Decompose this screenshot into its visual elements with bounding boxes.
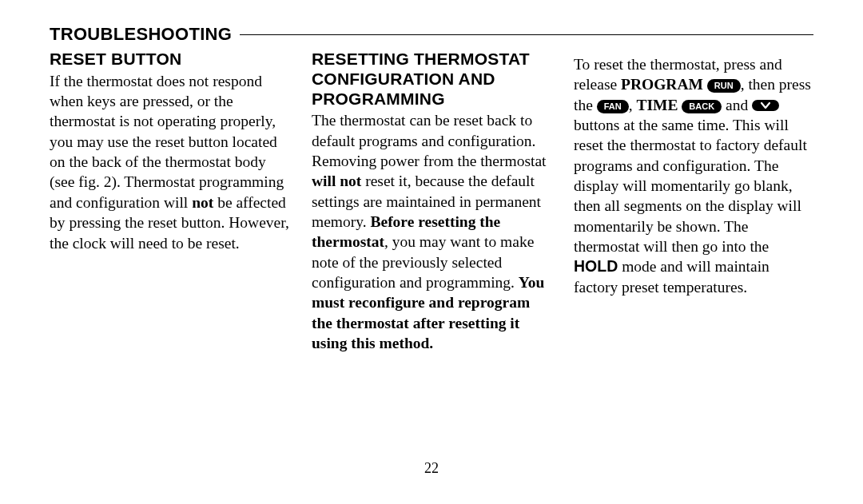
reset-procedure-paragraph: To reset the thermostat, press and relea…: [574, 54, 813, 297]
reset-button-paragraph: If the thermostat does not respond when …: [50, 71, 289, 253]
text: The thermostat can be reset back to defa…: [312, 112, 547, 169]
text: ,: [629, 97, 637, 113]
page-number: 22: [0, 460, 863, 477]
label-time: TIME: [636, 97, 678, 113]
column-2: RESETTING THERMOSTAT CONFIGURATION AND P…: [312, 46, 551, 353]
text: and: [722, 97, 752, 113]
run-button-icon: RUN: [707, 79, 741, 93]
resetting-config-paragraph: The thermostat can be reset back to defa…: [312, 110, 551, 353]
fan-button-icon: FAN: [597, 100, 629, 113]
back-button-icon: BACK: [682, 100, 722, 113]
section-rule: [240, 34, 813, 35]
section-header: TROUBLESHOOTING: [50, 24, 813, 45]
column-3: To reset the thermostat, press and relea…: [574, 54, 813, 297]
label-hold: HOLD: [574, 257, 618, 275]
text: If the thermostat does not respond when …: [50, 73, 284, 211]
text: buttons at the same time. This will rese…: [574, 117, 807, 255]
reset-button-heading: RESET BUTTON: [50, 50, 289, 69]
label-program: PROGRAM: [621, 76, 703, 93]
section-title: TROUBLESHOOTING: [50, 24, 232, 45]
down-arrow-button-icon: [752, 100, 779, 111]
column-layout: RESET BUTTON If the thermostat does not …: [50, 46, 813, 353]
emphasis-will-not: will not: [312, 173, 361, 189]
emphasis-not: not: [192, 194, 213, 211]
column-1: RESET BUTTON If the thermostat does not …: [50, 46, 289, 253]
resetting-config-heading: RESETTING THERMOSTAT CONFIGURATION AND P…: [312, 50, 551, 109]
manual-page: TROUBLESHOOTING RESET BUTTON If the ther…: [0, 0, 863, 504]
